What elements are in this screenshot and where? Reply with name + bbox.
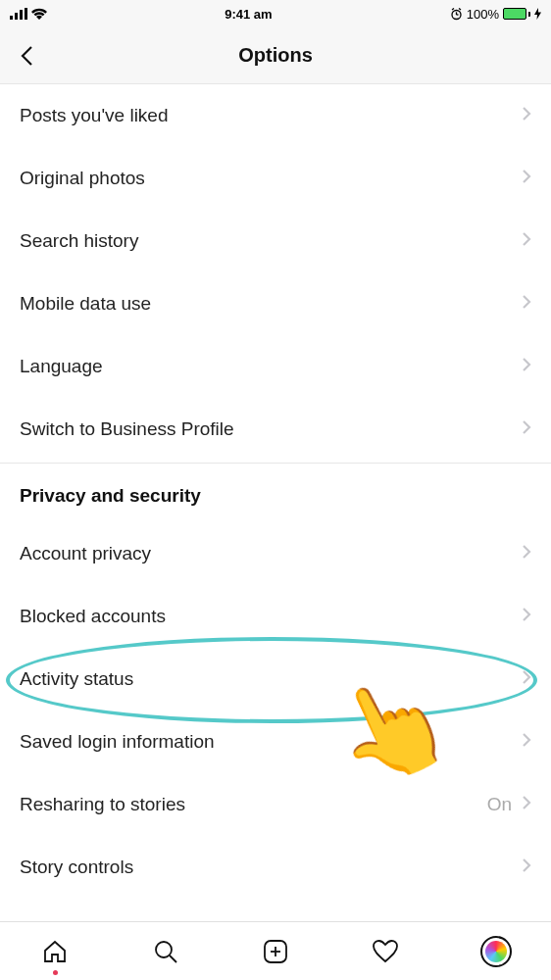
row-saved-login[interactable]: Saved login information: [0, 710, 551, 773]
chevron-right-icon: [522, 669, 531, 689]
chevron-right-icon: [522, 106, 531, 125]
row-label: Original photos: [20, 168, 145, 189]
chevron-right-icon: [522, 357, 531, 376]
row-label: Account privacy: [20, 543, 151, 564]
svg-rect-0: [10, 16, 13, 20]
chevron-left-icon: [19, 44, 34, 68]
svg-rect-1: [15, 13, 18, 20]
section-header-privacy: Privacy and security: [0, 464, 551, 522]
chevron-right-icon: [522, 544, 531, 564]
tab-search[interactable]: [144, 930, 187, 973]
page-title: Options: [238, 44, 313, 67]
battery-icon: [503, 8, 530, 20]
row-activity-status[interactable]: Activity status: [0, 648, 551, 710]
status-left: [10, 8, 47, 20]
chevron-right-icon: [522, 294, 531, 314]
chevron-right-icon: [522, 607, 531, 626]
row-language[interactable]: Language: [0, 335, 551, 398]
svg-rect-2: [20, 10, 23, 20]
status-time: 9:41 am: [225, 7, 272, 22]
row-value: On: [487, 794, 512, 815]
row-label: Story controls: [20, 857, 133, 878]
status-bar: 9:41 am 100%: [0, 0, 551, 27]
tab-bar: [0, 921, 551, 980]
alarm-icon: [450, 8, 463, 21]
settings-list[interactable]: Posts you've liked Original photos Searc…: [0, 84, 551, 923]
plus-square-icon: [263, 939, 288, 964]
svg-line-7: [452, 8, 454, 10]
row-posts-liked[interactable]: Posts you've liked: [0, 84, 551, 147]
header: Options: [0, 27, 551, 84]
battery-percent: 100%: [467, 7, 499, 22]
row-label: Activity status: [20, 668, 133, 690]
row-blocked-accounts[interactable]: Blocked accounts: [0, 585, 551, 648]
svg-line-10: [170, 956, 176, 962]
row-label: Saved login information: [20, 731, 215, 753]
chevron-right-icon: [522, 169, 531, 188]
back-button[interactable]: [12, 41, 41, 71]
profile-avatar-icon: [480, 936, 512, 967]
row-account-privacy[interactable]: Account privacy: [0, 522, 551, 585]
row-label: Posts you've liked: [20, 105, 168, 126]
chevron-right-icon: [522, 231, 531, 251]
tab-profile[interactable]: [475, 930, 518, 973]
row-label: Mobile data use: [20, 293, 151, 315]
row-label: Blocked accounts: [20, 606, 166, 627]
chevron-right-icon: [522, 795, 531, 814]
row-search-history[interactable]: Search history: [0, 210, 551, 272]
wifi-icon: [31, 8, 47, 20]
chevron-right-icon: [522, 419, 531, 439]
search-icon: [153, 939, 178, 964]
row-story-controls[interactable]: Story controls: [0, 836, 551, 899]
svg-line-8: [459, 8, 461, 10]
svg-rect-3: [25, 8, 27, 20]
tab-activity[interactable]: [364, 930, 407, 973]
chevron-right-icon: [522, 858, 531, 877]
tab-home[interactable]: [33, 930, 76, 973]
row-label: Resharing to stories: [20, 794, 185, 815]
row-business-profile[interactable]: Switch to Business Profile: [0, 398, 551, 461]
svg-point-9: [156, 942, 172, 957]
chevron-right-icon: [522, 732, 531, 752]
row-label: Search history: [20, 230, 138, 252]
tab-add[interactable]: [254, 930, 297, 973]
row-label: Language: [20, 356, 103, 377]
cellular-signal-icon: [10, 8, 27, 20]
heart-icon: [372, 939, 399, 964]
row-original-photos[interactable]: Original photos: [0, 147, 551, 210]
home-icon: [42, 939, 68, 964]
notification-dot: [53, 970, 58, 975]
charging-icon: [534, 8, 541, 20]
status-right: 100%: [450, 7, 541, 22]
row-resharing-stories[interactable]: Resharing to stories On: [0, 773, 551, 836]
row-mobile-data[interactable]: Mobile data use: [0, 272, 551, 335]
row-label: Switch to Business Profile: [20, 418, 234, 440]
